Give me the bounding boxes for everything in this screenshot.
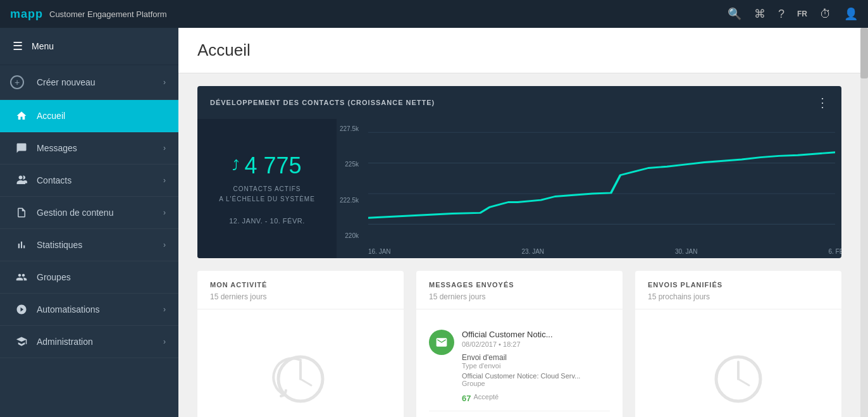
y-label-2: 225k (337, 161, 362, 168)
sidebar-item-label: Contacts (37, 175, 163, 185)
sidebar-item-label: Statistiques (37, 240, 163, 250)
message-date: 08/02/2017 • 18:27 (462, 340, 610, 348)
chart-body: ⤴ 4 775 CONTACTS ACTIFS A L'ÉCHELLE DU S… (197, 119, 841, 258)
message-type: Envoi d'email (462, 353, 610, 362)
chevron-right-icon: › (163, 240, 166, 249)
layout: ☰ Menu + Créer nouveau › Accueil Message… (0, 28, 868, 417)
card-header-activite: MON ACTIVITÉ 15 derniers jours (197, 271, 404, 309)
chart-date-range: 12. JANV. - 10. FÉVR. (229, 217, 305, 225)
message-type-sub: Type d'envoi (462, 362, 610, 370)
sidebar-item-gestion-contenu[interactable]: Gestion de contenu › (0, 197, 178, 229)
sidebar-item-label: Administration (37, 337, 163, 347)
chevron-right-icon: › (163, 337, 166, 346)
sidebar-item-label: Groupes (37, 272, 166, 282)
sidebar-item-label: Automatisations (37, 304, 163, 314)
card-mon-activite: MON ACTIVITÉ 15 derniers jours (197, 271, 404, 417)
card-title-planifies: ENVOIS PLANIFIÉS (648, 281, 829, 289)
y-label-1: 227.5k (337, 125, 362, 132)
chevron-right-icon: › (163, 176, 166, 185)
chevron-right-icon: › (163, 144, 166, 152)
card-header-planifies: ENVOIS PLANIFIÉS 15 prochains jours (635, 271, 841, 309)
menu-toggle[interactable]: ☰ Menu (0, 28, 178, 65)
scrollbar-track[interactable] (860, 28, 868, 417)
y-label-4: 220k (337, 232, 362, 239)
message-type-block: Envoi d'email Type d'envoi (462, 353, 610, 370)
x-label-3: 30. JAN (675, 248, 698, 255)
sidebar-item-label: Messages (37, 143, 163, 153)
card-header-messages: MESSAGES ENVOYÉS 15 derniers jours (416, 271, 623, 309)
sidebar-item-accueil[interactable]: Accueil (0, 100, 178, 132)
chart-card: DÉVELOPPEMENT DES CONTACTS (CROISSANCE N… (197, 86, 841, 258)
card-envois-planifies: ENVOIS PLANIFIÉS 15 prochains jours (635, 271, 841, 417)
sidebar-item-groupes[interactable]: Groupes (0, 261, 178, 294)
x-label-2: 23. JAN (521, 248, 544, 255)
card-title-activite: MON ACTIVITÉ (210, 281, 391, 289)
groups-icon (13, 271, 30, 283)
hamburger-icon: ☰ (13, 39, 23, 53)
message-avatar (429, 330, 454, 355)
sidebar-item-creer-nouveau[interactable]: + Créer nouveau › (0, 65, 178, 100)
language-selector[interactable]: FR (797, 9, 807, 18)
chart-header: DÉVELOPPEMENT DES CONTACTS (CROISSANCE N… (197, 86, 841, 119)
planifies-clock-icon (710, 351, 767, 408)
user-icon[interactable]: 👤 (844, 7, 858, 21)
logo-area: mapp Customer Engagement Platform (10, 7, 167, 21)
menu-label: Menu (32, 41, 54, 51)
app-title: Customer Engagement Platform (49, 9, 167, 19)
contacts-icon (13, 175, 30, 186)
chart-title: DÉVELOPPEMENT DES CONTACTS (CROISSANCE N… (210, 99, 435, 106)
card-body-planifies (635, 309, 841, 417)
message-info: Official Customer Notic... 08/02/2017 • … (462, 330, 610, 403)
message-item: Official Customer Notic... 08/02/2017 • … (429, 322, 610, 411)
chart-svg (368, 125, 835, 239)
message-icon (13, 142, 30, 154)
auto-icon (13, 304, 30, 315)
sidebar-item-automatisations[interactable]: Automatisations › (0, 294, 178, 326)
chart-menu-icon[interactable]: ⋮ (816, 95, 829, 110)
chart-stat-value: ⤴ 4 775 (232, 152, 301, 179)
sidebar-item-label: Gestion de contenu (37, 208, 163, 218)
content-icon (13, 207, 30, 218)
chevron-right-icon: › (163, 208, 166, 217)
scrollbar-thumb[interactable] (860, 28, 868, 78)
sidebar-item-messages[interactable]: Messages › (0, 132, 178, 165)
sidebar-item-contacts[interactable]: Contacts › (0, 165, 178, 197)
svg-line-7 (301, 379, 311, 385)
page-header: Accueil (178, 28, 860, 73)
message-stat-value: 67 (462, 394, 471, 403)
card-subtitle-planifies: 15 prochains jours (648, 292, 829, 301)
chart-x-labels: 16. JAN 23. JAN 30. JAN 6. FEB (368, 248, 841, 255)
card-subtitle-messages: 15 derniers jours (429, 292, 610, 301)
svg-line-10 (738, 379, 749, 385)
card-messages-envoyes: MESSAGES ENVOYÉS 15 derniers jours Offic… (416, 271, 623, 417)
x-label-4: 6. FEB (828, 248, 841, 255)
message-group: Official Customer Notice: Cloud Serv... (462, 372, 610, 380)
card-title-messages: MESSAGES ENVOYÉS (429, 281, 610, 289)
activity-clock-icon (272, 351, 329, 408)
chart-stat-label: CONTACTS ACTIFS A L'ÉCHELLE DU SYSTÈME (219, 184, 315, 204)
chart-y-labels: 227.5k 225k 222.5k 220k (337, 125, 362, 239)
main-content-area: Accueil DÉVELOPPEMENT DES CONTACTS (CROI… (178, 28, 860, 417)
search-icon[interactable]: 🔍 (728, 7, 741, 21)
home-icon (13, 110, 30, 121)
topbar-icons: 🔍 ⌘ ? FR ⏱ 👤 (728, 7, 858, 21)
trend-up-icon: ⤴ (232, 158, 239, 174)
grid-icon[interactable]: ⌘ (754, 7, 766, 21)
page-title: Accueil (197, 40, 841, 60)
y-label-3: 222.5k (337, 197, 362, 204)
svg-text:mapp: mapp (10, 8, 43, 20)
sidebar-item-statistiques[interactable]: Statistiques › (0, 229, 178, 261)
admin-icon (13, 336, 30, 347)
help-icon[interactable]: ? (778, 8, 784, 21)
sidebar-item-administration[interactable]: Administration › (0, 326, 178, 358)
cards-row: MON ACTIVITÉ 15 derniers jours (197, 271, 841, 417)
main-content: DÉVELOPPEMENT DES CONTACTS (CROISSANCE N… (178, 73, 860, 417)
message-name: Official Customer Notic... (462, 330, 610, 339)
clock-icon[interactable]: ⏱ (820, 8, 831, 21)
x-label-1: 16. JAN (368, 248, 391, 255)
card-body-messages: Official Customer Notic... 08/02/2017 • … (416, 309, 623, 417)
chart-right-panel: 227.5k 225k 222.5k 220k (337, 119, 841, 258)
topbar: mapp Customer Engagement Platform 🔍 ⌘ ? … (0, 0, 868, 28)
chart-left-panel: ⤴ 4 775 CONTACTS ACTIFS A L'ÉCHELLE DU S… (197, 119, 337, 258)
message-group-sub: Groupe (462, 380, 610, 387)
